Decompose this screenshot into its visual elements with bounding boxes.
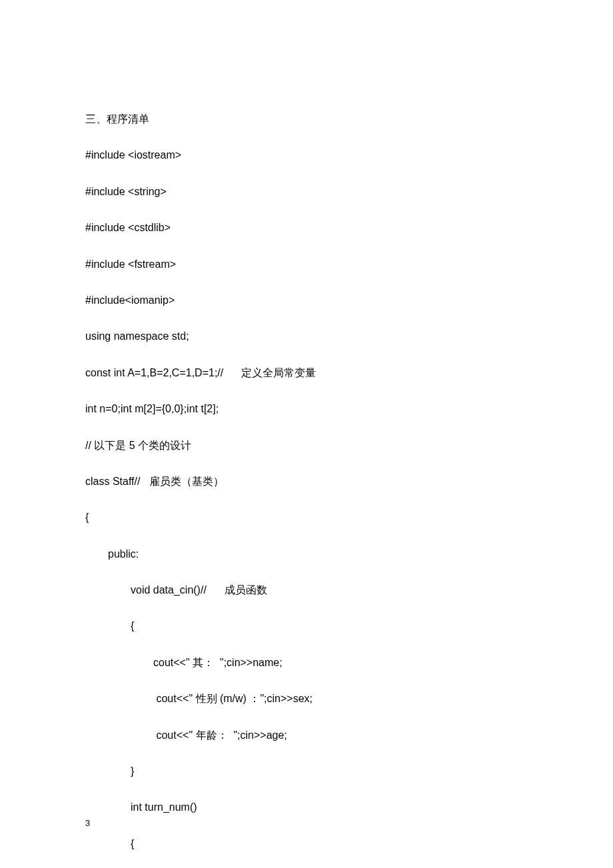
code-line: cout<<" 性别 (m/w) ：";cin>>sex;: [85, 691, 528, 706]
code-listing: 三、程序清单#include <iostream>#include <strin…: [85, 112, 528, 851]
code-line: {: [85, 619, 528, 634]
code-line: cout<<" 其： ";cin>>name;: [85, 655, 528, 670]
code-line: const int A=1,B=2,C=1,D=1;// 定义全局常变量: [85, 366, 528, 380]
code-line: #include <string>: [85, 185, 528, 199]
code-line: {: [85, 510, 528, 525]
code-line: #include <fstream>: [85, 257, 528, 272]
page-number: 3: [85, 818, 90, 828]
code-line: 三、程序清单: [85, 112, 528, 127]
code-line: }: [85, 764, 528, 779]
code-line: int turn_num(): [85, 800, 528, 815]
code-line: int n=0;int m[2]={0,0};int t[2];: [85, 402, 528, 416]
code-line: using namespace std;: [85, 329, 528, 344]
code-line: {: [85, 837, 528, 851]
code-line: void data_cin()// 成员函数: [85, 583, 528, 598]
code-line: // 以下是 5 个类的设计: [85, 438, 528, 453]
code-line: #include<iomanip>: [85, 293, 528, 308]
code-line: #include <iostream>: [85, 148, 528, 163]
document-page: 三、程序清单#include <iostream>#include <strin…: [0, 0, 613, 868]
code-line: #include <cstdlib>: [85, 220, 528, 235]
code-line: public:: [85, 547, 528, 562]
code-line: class Staff// 雇员类（基类）: [85, 474, 528, 489]
code-line: cout<<" 年龄： ";cin>>age;: [85, 728, 528, 743]
